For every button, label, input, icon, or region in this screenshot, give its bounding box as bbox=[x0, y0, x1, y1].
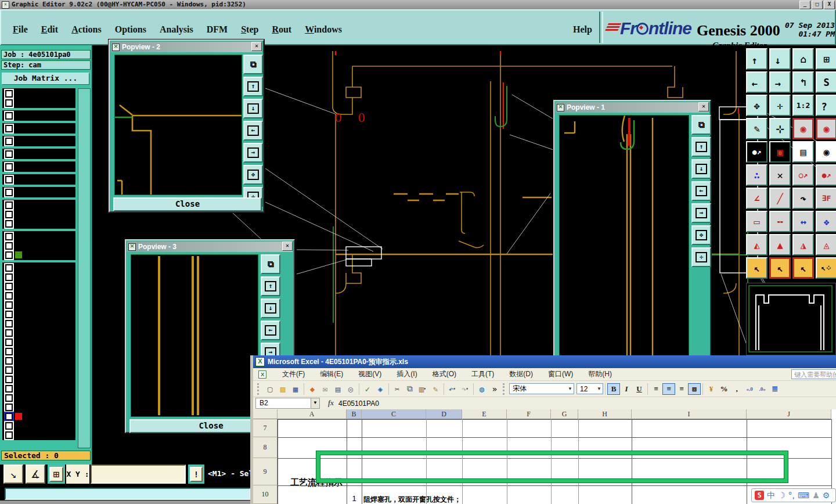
zoom-in-button[interactable]: ↑ bbox=[746, 48, 767, 70]
undo-icon-dropdown[interactable]: ▾ bbox=[453, 386, 456, 391]
excel-menu-视图V[interactable]: 视图(V) bbox=[358, 369, 381, 379]
layer-row-bo.d[interactable] bbox=[3, 384, 75, 393]
layer-row-ts.d[interactable] bbox=[3, 328, 75, 337]
align-center-button[interactable]: ≡ bbox=[662, 383, 675, 395]
layer-row-ldi[interactable] bbox=[3, 241, 75, 250]
popview-1-center-view-icon[interactable]: ✛ bbox=[691, 247, 711, 267]
excel-menu-编辑E[interactable]: 编辑(E) bbox=[320, 369, 343, 379]
excel-menu-工具T[interactable]: 工具(T) bbox=[471, 369, 494, 379]
print-preview-icon[interactable]: ◎ bbox=[344, 383, 357, 395]
font-size-combo[interactable]: 12▼ bbox=[576, 383, 603, 394]
net-points-button[interactable]: ∴ bbox=[746, 164, 767, 186]
layer-row-rout[interactable] bbox=[3, 250, 75, 260]
layer-checkbox-tp.d[interactable] bbox=[5, 431, 13, 439]
layer-row-bs.d[interactable] bbox=[3, 375, 75, 384]
minimize-button[interactable]: _ bbox=[799, 1, 810, 9]
undo-icon[interactable]: ↶▾ bbox=[446, 383, 459, 395]
excel-menu-格式O[interactable]: 格式(O) bbox=[433, 369, 456, 379]
layer-checkbox-v-cut[interactable] bbox=[5, 283, 13, 290]
excel-name-box[interactable]: B2 bbox=[255, 398, 311, 409]
excel-help-box[interactable]: 键入需要帮助的 bbox=[791, 369, 836, 379]
pan-left-button[interactable]: ← bbox=[746, 71, 767, 93]
popview-2-close-button[interactable]: Close bbox=[113, 197, 262, 211]
frame-select-button[interactable]: ↖ bbox=[769, 257, 791, 279]
excel-menu-数据D[interactable]: 数据(D) bbox=[509, 369, 533, 379]
toolbar-more-icon[interactable]: » bbox=[488, 383, 501, 395]
popview-1-fit-view-icon[interactable]: ✥ bbox=[691, 225, 711, 245]
layer-checkbox-cs[interactable] bbox=[5, 125, 13, 132]
help-button[interactable]: ? bbox=[816, 95, 836, 116]
row-header-9[interactable]: 9 bbox=[253, 458, 278, 485]
layer-row-tp[interactable] bbox=[3, 272, 75, 282]
layer-row-ts[interactable] bbox=[3, 98, 75, 107]
popview-3-zoom-out-icon[interactable]: ↓ bbox=[261, 298, 280, 318]
mirror-button[interactable]: ∃F bbox=[816, 188, 836, 209]
font-name-combo[interactable]: 宋体▼ bbox=[509, 383, 574, 394]
popview-3-popout-icon[interactable]: ⧉ bbox=[261, 254, 280, 274]
popview-2-zoom-out-icon[interactable]: ↓ bbox=[243, 99, 263, 118]
angle-tool-button[interactable]: ∡ bbox=[26, 465, 45, 484]
excel-menu-窗口W[interactable]: 窗口(W) bbox=[548, 369, 573, 379]
layer-checkbox-rout[interactable] bbox=[5, 251, 13, 259]
delete-button[interactable]: ✕ bbox=[769, 164, 791, 186]
layer-checkbox-plncs[interactable] bbox=[5, 112, 13, 120]
layer-checkbox-ss[interactable] bbox=[5, 201, 13, 209]
popview-1-zoom-in-icon[interactable]: ↑ bbox=[691, 137, 711, 157]
select-cursor-button[interactable]: ↖ bbox=[746, 257, 767, 279]
pad-select-button[interactable]: ◉ bbox=[816, 141, 836, 163]
indent-button[interactable]: ≣ bbox=[769, 383, 781, 395]
layer-row-v-cut[interactable] bbox=[3, 282, 75, 291]
home-view-button[interactable]: ⌂ bbox=[792, 48, 814, 70]
layer-checkbox-bs.d[interactable] bbox=[5, 376, 13, 383]
exclaim-button[interactable]: ! bbox=[190, 467, 203, 482]
layer-checkbox-cvia[interactable] bbox=[5, 301, 13, 309]
layer-row-rout.d[interactable] bbox=[3, 412, 75, 421]
copy-icon[interactable]: ⧉ bbox=[403, 383, 416, 395]
layer-row-to[interactable] bbox=[3, 89, 75, 98]
feature-info-button[interactable]: ●↗ bbox=[746, 141, 767, 163]
serpentine-button[interactable]: S bbox=[816, 71, 836, 93]
layer-checkbox-d[interactable] bbox=[5, 311, 13, 318]
popview-2-popout-icon[interactable]: ⧉ bbox=[243, 55, 263, 74]
punctuation-icon[interactable]: °, bbox=[788, 491, 795, 499]
popview-2-window[interactable]: ✕ Popview - 2 ✕ ⧉↑↓←→✥✛ Close bbox=[109, 39, 264, 213]
previous-view-button[interactable]: ↰ bbox=[792, 71, 814, 93]
popview-2-pan-right-icon[interactable]: → bbox=[243, 143, 263, 163]
popview-1-canvas[interactable] bbox=[559, 115, 689, 358]
layer-checkbox-cs.d[interactable] bbox=[5, 339, 13, 346]
formula-value[interactable]: 4E05101PA0 bbox=[338, 399, 379, 408]
merge-center-button[interactable]: ⧈ bbox=[688, 383, 701, 395]
triangle-filter-a-button[interactable]: ◭ bbox=[746, 234, 767, 255]
format-painter-icon[interactable]: ✎ bbox=[429, 383, 442, 395]
column-header-J[interactable]: J bbox=[747, 409, 831, 419]
layer-checkbox-bs[interactable] bbox=[5, 211, 13, 218]
layer-row-slot.d[interactable] bbox=[3, 402, 75, 412]
triangle-filter-c-button[interactable]: ◮ bbox=[792, 234, 814, 255]
job-matrix-button[interactable]: Job Matrix ... bbox=[2, 73, 89, 85]
layer-row-plncs[interactable] bbox=[3, 111, 75, 120]
layer-row-drl[interactable] bbox=[3, 232, 75, 241]
surface-shapes-button[interactable]: ❖ bbox=[816, 211, 836, 232]
layer-row-tp.d[interactable] bbox=[3, 430, 75, 440]
popview-1-window[interactable]: ✕ Popview - 1 ✕ ⧉↑↓←→✥✛ bbox=[553, 100, 711, 360]
layer-row-bs[interactable] bbox=[3, 210, 75, 219]
row-header-10[interactable]: 10 bbox=[253, 485, 278, 504]
grid-toggle-button[interactable]: ⊞ bbox=[49, 467, 63, 482]
layer-checkbox-to[interactable] bbox=[5, 90, 13, 98]
column-header-C[interactable]: C bbox=[362, 409, 426, 419]
menu-dfm[interactable]: DFM bbox=[207, 24, 228, 35]
center-view-button[interactable]: ✛ bbox=[769, 95, 791, 116]
layer-checkbox-drl[interactable] bbox=[5, 233, 13, 240]
column-header-I[interactable]: I bbox=[632, 409, 747, 419]
pan-right-button[interactable]: → bbox=[769, 71, 791, 93]
popview-3-pan-left-icon[interactable]: ← bbox=[261, 321, 280, 340]
line-measure-button[interactable]: ╱ bbox=[769, 188, 791, 209]
segment-button[interactable]: ╍ bbox=[769, 211, 791, 232]
layer-row-bp.d[interactable] bbox=[3, 421, 75, 430]
layer-row-pln3b[interactable] bbox=[3, 162, 75, 171]
triangle-filter-b-button[interactable]: ▲ bbox=[769, 234, 791, 255]
popview-1-popout-icon[interactable]: ⧉ bbox=[691, 115, 711, 135]
popview-1-titlebar[interactable]: ✕ Popview - 1 bbox=[556, 102, 709, 113]
menu-edit[interactable]: Edit bbox=[41, 24, 58, 35]
layer-checkbox-pln3b[interactable] bbox=[5, 163, 13, 171]
